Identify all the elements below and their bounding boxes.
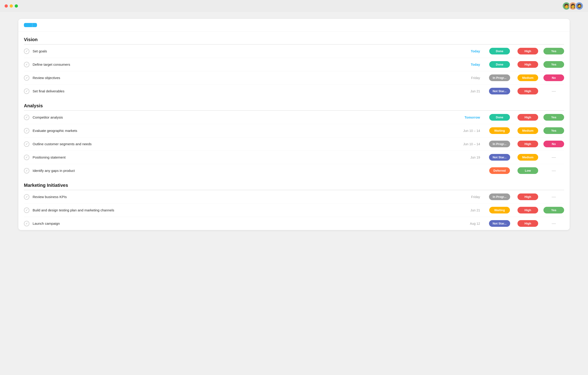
task-row[interactable]: ✓Identify any gaps in productDeferredLow… (24, 164, 564, 177)
task-approved[interactable]: — (544, 194, 564, 199)
task-approved[interactable]: Yes (544, 114, 564, 121)
section-header-0: Vision (24, 32, 564, 44)
task-check-icon[interactable]: ✓ (24, 62, 29, 67)
task-priority[interactable]: High (516, 220, 539, 227)
task-check-icon[interactable]: ✓ (24, 88, 29, 94)
task-priority[interactable]: Medium (516, 75, 539, 81)
task-name: Positioning statement (33, 155, 452, 159)
task-check-icon[interactable]: ✓ (24, 115, 29, 120)
priority-badge: High (517, 61, 538, 68)
add-task-button[interactable] (24, 23, 32, 27)
task-priority[interactable]: Low (516, 167, 539, 174)
approved-badge: Yes (544, 48, 564, 54)
task-approved[interactable]: — (544, 168, 564, 173)
task-status[interactable]: Done (487, 114, 512, 121)
status-badge: Done (489, 114, 510, 121)
task-name: Build and design testing plan and market… (33, 208, 452, 212)
task-status[interactable]: Done (487, 61, 512, 68)
priority-badge: High (517, 114, 538, 121)
task-priority[interactable]: High (516, 88, 539, 95)
minimize-button[interactable] (10, 4, 13, 8)
task-date: Today (452, 49, 480, 53)
task-check-icon[interactable]: ✓ (24, 168, 29, 173)
task-priority[interactable]: High (516, 141, 539, 147)
task-approved[interactable]: Yes (544, 48, 564, 54)
task-row[interactable]: ✓Review objectivesFridayIn Progr...Mediu… (24, 71, 564, 85)
task-status[interactable]: Not Star... (487, 220, 512, 227)
traffic-lights (5, 4, 18, 8)
task-approved[interactable]: — (544, 89, 564, 94)
task-row[interactable]: ✓Set final deliverablesJun 21Not Star...… (24, 85, 564, 98)
task-date: Jun 10 – 14 (452, 129, 480, 133)
task-name: Review business KPIs (33, 195, 452, 199)
task-priority[interactable]: High (516, 114, 539, 121)
task-date: Aug 12 (452, 222, 480, 225)
task-check-icon[interactable]: ✓ (24, 194, 29, 200)
task-priority[interactable]: High (516, 48, 539, 54)
task-priority[interactable]: High (516, 61, 539, 68)
task-status[interactable]: Not Star... (487, 154, 512, 161)
approved-badge: — (552, 168, 556, 173)
task-date: Tomorrow (452, 116, 480, 119)
task-approved[interactable]: Yes (544, 61, 564, 68)
task-check-icon[interactable]: ✓ (24, 128, 29, 133)
priority-badge: Medium (517, 127, 538, 134)
approved-badge: Yes (544, 114, 564, 121)
task-row[interactable]: ✓Define target consumersTodayDoneHighYes (24, 58, 564, 71)
task-row[interactable]: ✓Competitor analysisTomorrowDoneHighYes (24, 111, 564, 124)
maximize-button[interactable] (15, 4, 18, 8)
priority-badge: High (517, 193, 538, 200)
task-check-icon[interactable]: ✓ (24, 48, 29, 54)
task-approved[interactable]: — (544, 221, 564, 226)
task-approved[interactable]: No (544, 75, 564, 81)
task-row[interactable]: ✓Outline customer segments and needsJun … (24, 137, 564, 151)
task-approved[interactable]: — (544, 155, 564, 160)
status-badge: Not Star... (489, 154, 510, 161)
task-check-icon[interactable]: ✓ (24, 221, 29, 226)
task-status[interactable]: In Progr... (487, 75, 512, 81)
approved-badge: — (552, 194, 556, 199)
task-name: Launch campaign (33, 222, 452, 225)
section-0: Vision✓Set goalsTodayDoneHighYes✓Define … (18, 32, 570, 98)
task-status[interactable]: In Progr... (487, 141, 512, 147)
task-priority[interactable]: High (516, 193, 539, 200)
task-row[interactable]: ✓Positioning statementJun 19Not Star...M… (24, 151, 564, 164)
task-row[interactable]: ✓Evaluate geographic marketsJun 10 – 14W… (24, 124, 564, 137)
task-status[interactable]: Waiting (487, 127, 512, 134)
task-approved[interactable]: Yes (544, 127, 564, 134)
avatar-group: 🧑 👩 🧔 (562, 2, 583, 10)
status-badge: In Progr... (489, 141, 510, 147)
toolbar (18, 19, 570, 32)
approved-badge: Yes (544, 207, 564, 214)
priority-badge: High (517, 141, 538, 147)
approved-badge: Yes (544, 127, 564, 134)
task-status[interactable]: Waiting (487, 207, 512, 214)
task-name: Set final deliverables (33, 89, 452, 93)
add-task-dropdown-button[interactable] (32, 23, 37, 27)
task-name: Evaluate geographic markets (33, 129, 452, 133)
close-button[interactable] (5, 4, 8, 8)
priority-badge: High (517, 220, 538, 227)
task-check-icon[interactable]: ✓ (24, 155, 29, 160)
priority-badge: High (517, 88, 538, 95)
task-approved[interactable]: Yes (544, 207, 564, 214)
task-status[interactable]: Deferred (487, 167, 512, 174)
task-row[interactable]: ✓Launch campaignAug 12Not Star...High— (24, 217, 564, 230)
task-status[interactable]: In Progr... (487, 193, 512, 200)
task-status[interactable]: Done (487, 48, 512, 54)
status-badge: Deferred (489, 167, 510, 174)
task-status[interactable]: Not Star... (487, 88, 512, 95)
task-check-icon[interactable]: ✓ (24, 141, 29, 147)
task-priority[interactable]: Medium (516, 154, 539, 161)
task-approved[interactable]: No (544, 141, 564, 147)
status-badge: Done (489, 61, 510, 68)
task-row[interactable]: ✓Set goalsTodayDoneHighYes (24, 44, 564, 58)
task-row[interactable]: ✓Review business KPIsFridayIn Progr...Hi… (24, 190, 564, 204)
task-priority[interactable]: Medium (516, 127, 539, 134)
task-priority[interactable]: High (516, 207, 539, 214)
task-date: Jun 19 (452, 156, 480, 159)
task-row[interactable]: ✓Build and design testing plan and marke… (24, 204, 564, 217)
task-check-icon[interactable]: ✓ (24, 75, 29, 81)
task-date: Jun 21 (452, 89, 480, 93)
task-check-icon[interactable]: ✓ (24, 207, 29, 213)
